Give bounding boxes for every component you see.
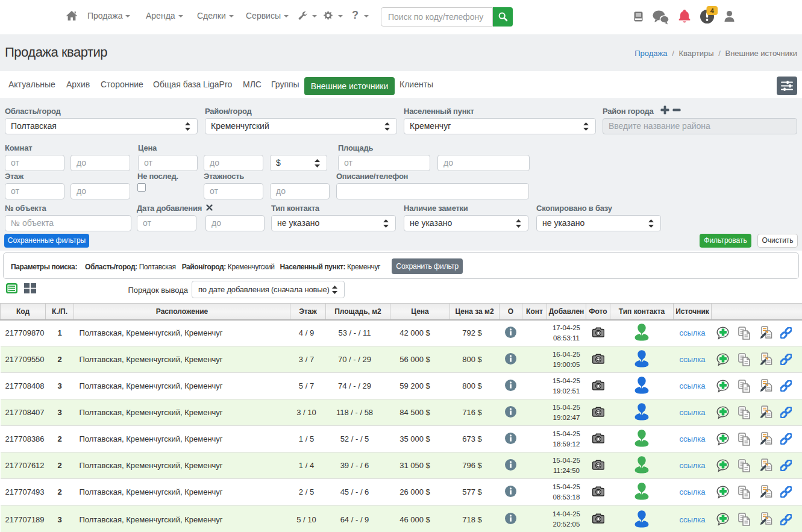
svg-text:4: 4 — [710, 7, 715, 14]
